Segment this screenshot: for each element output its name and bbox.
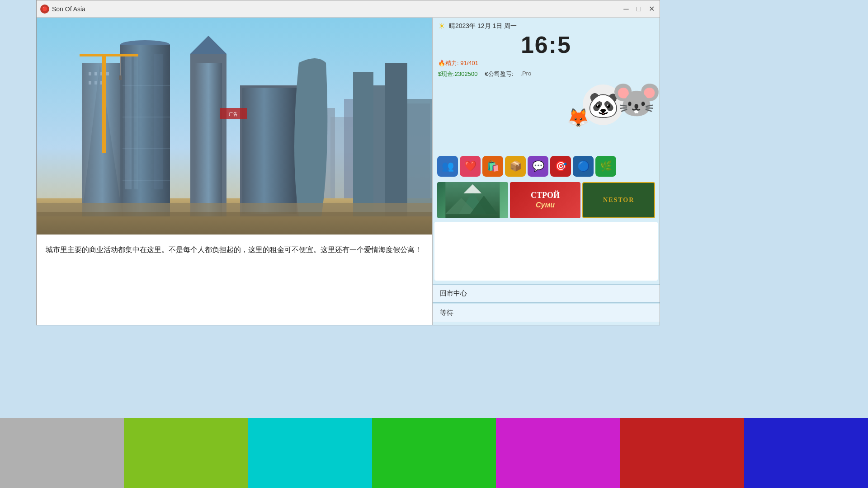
main-window: 🔴 Son Of Asia ─ □ ✕ bbox=[36, 0, 660, 325]
svg-rect-19 bbox=[94, 72, 97, 75]
description-area: 城市里主要的商业活动都集中在这里。不是每个人都负担起的，这里的租金可不便宜。这里… bbox=[37, 235, 432, 325]
app-icon: 🔴 bbox=[40, 5, 49, 14]
app-title: Son Of Asia bbox=[52, 5, 85, 13]
window-controls: ─ □ ✕ bbox=[622, 5, 656, 14]
svg-rect-29 bbox=[242, 88, 297, 214]
description-text: 城市里主要的商业活动都集中在这里。不是每个人都负担起的，这里的租金可不便宜。这里… bbox=[46, 244, 423, 257]
sun-icon: ☀ bbox=[438, 21, 445, 31]
color-seg-green bbox=[372, 418, 496, 488]
right-panel: ☀ 晴2023年 12月 1日 周一 16:5 🔥精力: 91/401 $现金:… bbox=[432, 18, 660, 325]
time-display: 16:5 bbox=[438, 33, 654, 56]
title-bar: 🔴 Son Of Asia ─ □ ✕ bbox=[37, 0, 660, 18]
svg-rect-21 bbox=[106, 72, 109, 75]
blue-icon-btn[interactable]: 🔵 bbox=[573, 156, 594, 177]
svg-rect-27 bbox=[195, 63, 222, 216]
banner-stroi[interactable]: СТРОЙ Суми bbox=[510, 182, 581, 218]
company-stat: €公司盈亏: bbox=[485, 70, 513, 78]
heart-icon-btn[interactable]: ❤️ bbox=[460, 156, 481, 177]
color-seg-gray bbox=[0, 418, 124, 488]
svg-rect-35 bbox=[80, 54, 138, 56]
stroi-text: СТРОЙ Суми bbox=[531, 190, 560, 210]
svg-rect-30 bbox=[353, 72, 373, 216]
target-icon-btn[interactable]: 🎯 bbox=[550, 156, 571, 177]
stats-row: 🔥精力: 91/401 bbox=[438, 59, 654, 67]
color-bar bbox=[0, 418, 868, 488]
svg-rect-18 bbox=[89, 72, 91, 75]
title-left: 🔴 Son Of Asia bbox=[40, 5, 85, 14]
monster-character: 🐭 bbox=[611, 75, 660, 123]
svg-rect-33 bbox=[407, 99, 432, 216]
content-area bbox=[434, 222, 658, 281]
color-seg-magenta bbox=[496, 418, 620, 488]
go-center-button[interactable]: 回市中心 bbox=[433, 284, 660, 303]
people-icon-btn[interactable]: 👥 bbox=[437, 156, 458, 177]
close-button[interactable]: ✕ bbox=[647, 5, 656, 14]
wait-button[interactable]: 等待 bbox=[433, 304, 660, 322]
datetime-text: 晴2023年 12月 1日 周一 bbox=[449, 22, 517, 30]
pro-label: .Pro bbox=[520, 70, 531, 78]
svg-rect-11 bbox=[154, 54, 163, 189]
svg-rect-34 bbox=[102, 54, 106, 153]
svg-rect-37 bbox=[119, 75, 122, 80]
character-area: 🐼 🐭 🦊 bbox=[433, 80, 660, 152]
banner-mountains[interactable] bbox=[437, 182, 508, 218]
right-top-area: ☀ 晴2023年 12月 1日 周一 16:5 🔥精力: 91/401 $现金:… bbox=[433, 18, 660, 80]
color-seg-yellow-green bbox=[124, 418, 248, 488]
svg-rect-10 bbox=[134, 54, 138, 189]
color-seg-blue bbox=[744, 418, 868, 488]
shop-icon-btn[interactable]: 🛍️ bbox=[482, 156, 503, 177]
chat-icon-btn[interactable]: 💬 bbox=[528, 156, 548, 177]
money-stat: $现金:2302500 bbox=[438, 70, 477, 78]
color-seg-cyan bbox=[248, 418, 372, 488]
nestor-text: NESTOR bbox=[603, 197, 634, 204]
svg-text:广告: 广告 bbox=[229, 112, 238, 117]
svg-rect-22 bbox=[89, 81, 91, 84]
mountains-svg bbox=[437, 182, 508, 218]
svg-rect-41 bbox=[37, 212, 432, 235]
banner-row: СТРОЙ Суми NESTOR bbox=[433, 180, 660, 220]
energy-stat: 🔥精力: 91/401 bbox=[438, 59, 478, 67]
svg-rect-23 bbox=[94, 81, 97, 84]
svg-rect-32 bbox=[385, 63, 407, 216]
banner-nestor[interactable]: NESTOR bbox=[582, 182, 655, 218]
svg-rect-9 bbox=[125, 54, 132, 189]
city-skyline-svg: 广告 bbox=[37, 18, 432, 235]
red-character: 🦊 bbox=[567, 107, 590, 128]
color-seg-red bbox=[620, 418, 744, 488]
city-image: 广告 bbox=[37, 18, 432, 235]
minimize-button[interactable]: ─ bbox=[622, 5, 631, 14]
action-buttons: 回市中心 等待 bbox=[433, 282, 660, 325]
main-panel: 广告 城市里主要的商业活动都集中在这里。不是每个人都负担起的，这里的租金可不便宜… bbox=[37, 18, 432, 325]
icon-bar: 👥 ❤️ 🛍️ 📦 💬 🎯 🔵 🌿 bbox=[433, 152, 660, 180]
window-body: 广告 城市里主要的商业活动都集中在这里。不是每个人都负担起的，这里的租金可不便宜… bbox=[37, 18, 660, 325]
package-icon-btn[interactable]: 📦 bbox=[505, 156, 526, 177]
maximize-button[interactable]: □ bbox=[634, 5, 643, 14]
green-icon-btn[interactable]: 🌿 bbox=[595, 156, 616, 177]
datetime-row: ☀ 晴2023年 12月 1日 周一 bbox=[438, 21, 654, 31]
